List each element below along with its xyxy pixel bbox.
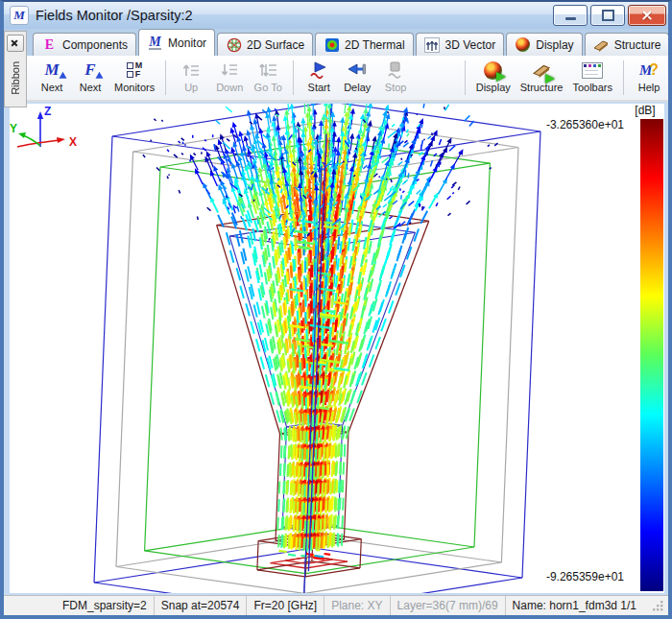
button-label: Next — [41, 82, 63, 93]
status-frequency: Fr=20 [GHz] — [246, 596, 324, 615]
vector-arrows-icon — [424, 37, 441, 53]
tab-label: Display — [536, 38, 573, 52]
resize-grip[interactable] — [653, 601, 663, 611]
display-settings-button[interactable]: Display — [471, 56, 516, 100]
close-button[interactable] — [628, 5, 666, 26]
toolbars-button[interactable]: Toolbars — [567, 56, 617, 100]
goto-button[interactable]: Go To — [249, 56, 287, 100]
next-monitor-icon: M — [44, 59, 59, 82]
monitor-icon: M — [147, 36, 163, 51]
status-sparsity: FDM_sparsity=2 — [56, 596, 154, 615]
tab-bar: E Components M Monitor 2D Surface 2D The… — [4, 29, 668, 56]
tab-label: Monitor — [168, 36, 206, 50]
window-controls — [553, 5, 666, 26]
button-label: Toolbars — [572, 82, 612, 93]
delay-button[interactable]: Delay — [338, 56, 376, 100]
app-icon: M — [10, 6, 29, 25]
button-label: Display — [476, 82, 511, 93]
tab-components[interactable]: E Components — [33, 33, 136, 56]
toolbars-icon — [582, 59, 603, 82]
maximize-button[interactable] — [590, 5, 625, 26]
button-label: Next — [80, 82, 102, 93]
status-layer: Layer=36(7 mm)/69 — [390, 596, 505, 615]
next-frequency-button[interactable]: F Next — [71, 56, 109, 100]
stop-icon — [386, 59, 405, 82]
x-axis-arrowhead — [57, 137, 65, 143]
vector-field-canvas[interactable] — [10, 104, 664, 593]
y-axis-arrowhead — [18, 132, 26, 138]
components-icon: E — [41, 37, 58, 53]
y-axis-label: Y — [10, 122, 17, 135]
tab-label: Components — [62, 38, 128, 52]
button-label: Delay — [344, 82, 371, 93]
toolbar-separator — [465, 60, 466, 95]
down-icon — [220, 59, 239, 82]
viewport-3d[interactable]: [dB] -3.265360e+01 -9.265359e+01 Z X Y — [10, 104, 664, 593]
structure-settings-icon — [532, 59, 551, 82]
close-icon — [641, 10, 653, 21]
maximize-icon — [602, 10, 614, 21]
tab-label: 2D Thermal — [345, 38, 404, 52]
down-button[interactable]: Down — [210, 56, 249, 100]
button-label: Help — [638, 82, 660, 93]
fields-monitor-window: M Fields Monitor /Sparsity:2 Ribbon E Co… — [0, 0, 672, 619]
tab-monitor[interactable]: M Monitor — [138, 29, 215, 56]
monitors-icon: M F — [127, 59, 143, 82]
title-bar[interactable]: M Fields Monitor /Sparsity:2 — [4, 2, 668, 30]
goto-icon — [258, 59, 277, 82]
colorbar — [640, 119, 663, 591]
status-name: Name: horn1_fdm3d 1/1 — [505, 596, 643, 615]
toolbar-separator — [165, 60, 166, 95]
x-axis-label: X — [69, 135, 77, 149]
ribbon-label: Ribbon — [10, 61, 21, 95]
axis-triad: Z X Y — [10, 104, 98, 163]
colorbar-min-label: -9.265359e+01 — [546, 570, 624, 583]
start-icon — [309, 59, 328, 82]
tab-label: Structure — [614, 38, 661, 52]
minimize-icon — [565, 17, 576, 20]
tab-label: 3D Vector — [445, 38, 496, 52]
button-label: Structure — [520, 82, 564, 93]
surface-mesh-icon — [226, 37, 242, 53]
up-button[interactable]: Up — [172, 56, 210, 100]
z-axis-label: Z — [44, 105, 51, 118]
ribbon-panel: Ribbon — [4, 31, 27, 107]
tab-label: 2D Surface — [247, 38, 304, 52]
button-label: Stop — [385, 82, 407, 93]
status-snap: Snap at=20574 — [154, 596, 247, 615]
colorbar-max-label: -3.265360e+01 — [546, 118, 624, 131]
colorbar-unit-label: [dB] — [627, 104, 663, 117]
window-title: Fields Monitor /Sparsity:2 — [36, 8, 193, 23]
button-label: Down — [216, 82, 243, 93]
button-label: Up — [184, 82, 198, 93]
help-button[interactable]: M? Help — [630, 56, 668, 100]
ribbon-close-button[interactable] — [7, 35, 24, 52]
toolbar-separator — [293, 60, 294, 95]
z-axis-arrowhead — [37, 111, 43, 119]
up-icon — [181, 59, 201, 82]
toolbar: M Next F Next M F Monitors Up — [4, 56, 668, 102]
toolbar-separator — [623, 60, 624, 95]
button-label: Monitors — [114, 82, 155, 93]
minimize-button[interactable] — [553, 5, 588, 26]
display-settings-icon — [484, 59, 502, 82]
thermal-icon — [324, 37, 340, 53]
monitors-button[interactable]: M F Monitors — [109, 56, 159, 100]
next-monitor-button[interactable]: M Next — [33, 56, 71, 100]
display-sphere-icon — [515, 37, 531, 53]
app-icon-glyph: M — [13, 8, 25, 23]
status-bar: FDM_sparsity=2 Snap at=20574 Fr=20 [GHz]… — [4, 595, 668, 615]
tab-2d-surface[interactable]: 2D Surface — [217, 33, 313, 56]
tab-structure[interactable]: Structure — [585, 33, 670, 56]
next-frequency-icon: F — [84, 59, 95, 82]
tab-display[interactable]: Display — [506, 33, 582, 56]
start-button[interactable]: Start — [300, 56, 338, 100]
help-icon: M? — [639, 59, 659, 82]
toolbar-spacer — [415, 56, 459, 100]
tab-2d-thermal[interactable]: 2D Thermal — [315, 33, 413, 56]
structure-settings-button[interactable]: Structure — [516, 56, 568, 100]
structure-wedge-icon — [593, 37, 610, 53]
stop-button[interactable]: Stop — [376, 56, 415, 100]
button-label: Start — [308, 82, 330, 93]
tab-3d-vector[interactable]: 3D Vector — [416, 33, 505, 56]
